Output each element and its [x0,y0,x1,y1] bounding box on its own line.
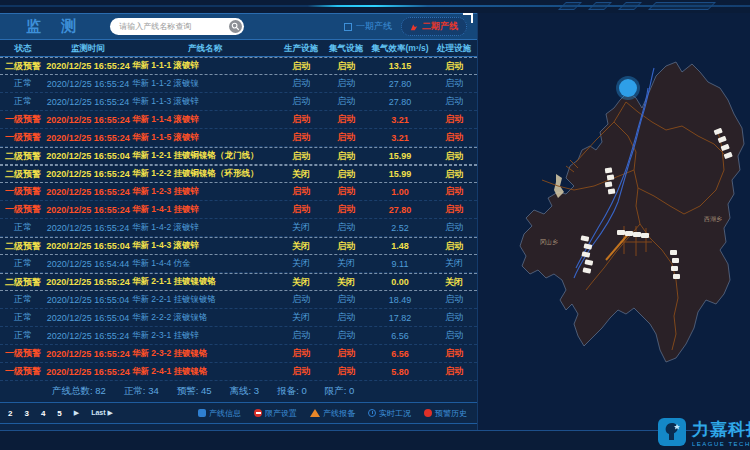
phase2-label: 二期产线 [422,20,458,33]
cell-production: 启动 [278,347,324,360]
table-row[interactable]: 正常 2020/12/25 16:55:04 华新 2-2-1 挂镀镍镀铬 启动… [0,291,477,309]
cell-line-name: 华新 2-4-1 挂镀镍铬 [132,366,278,378]
cell-line-name: 华新 1-4-4 仿金 [132,258,278,270]
legend-item[interactable]: 预警历史 [424,408,467,419]
table-row[interactable]: 二级预警 2020/12/25 16:55:24 华新 1-1-1 滚镀锌 启动… [0,57,477,75]
cell-status: 一级预警 [2,203,44,216]
page-number[interactable]: 2 [8,409,12,418]
cell-time: 2020/12/25 16:55:24 [44,97,132,107]
cell-status: 正常 [2,329,44,342]
page-number[interactable]: 4 [41,409,45,418]
monitoring-panel: 监 测 一期产线 二期产线 [0,13,478,430]
cell-efficiency: 0.00 [368,277,432,287]
cell-time: 2020/12/25 16:55:04 [44,151,132,161]
cell-status: 一级预警 [2,131,44,144]
next-page-button[interactable]: ▶ [74,409,79,417]
table-row[interactable]: 二级预警 2020/12/25 16:55:04 华新 1-2-1 挂镀铜镍铬（… [0,147,477,165]
cell-status: 二级预警 [2,276,44,289]
cell-status: 一级预警 [2,365,44,378]
table-row[interactable]: 二级预警 2020/12/25 16:55:24 华新 1-2-2 挂镀铜镍铬（… [0,165,477,183]
cell-production: 启动 [278,203,324,216]
cell-gas-collection: 启动 [324,203,368,216]
action-legend: 产线信息 限产设置 产线报备 [198,408,477,419]
cell-status: 二级预警 [2,240,44,253]
cell-line-name: 华新 1-2-1 挂镀铜镍铬（龙门线） [132,150,278,162]
table-row[interactable]: 正常 2020/12/25 16:55:24 华新 2-3-1 挂镀锌 启动 启… [0,327,477,345]
cell-gas-collection: 启动 [324,185,368,198]
cell-status: 二级预警 [2,150,44,163]
cell-efficiency: 27.80 [368,97,432,107]
cell-efficiency: 1.00 [368,187,432,197]
district-map[interactable]: 冈山乡 西湖乡 [478,13,750,430]
deco-shape [648,2,716,10]
cell-line-name: 华新 2-3-2 挂镀镍铬 [132,348,278,360]
col-time: 监测时间 [44,43,132,55]
map-label: 冈山乡 [540,238,558,247]
cell-status: 正常 [2,221,44,234]
table-row[interactable]: 二级预警 2020/12/25 16:55:24 华新 2-1-1 挂镀镍镀铬 … [0,273,477,291]
cell-gas-collection: 启动 [324,60,368,73]
legend-item[interactable]: 限产设置 [254,408,297,419]
table-row[interactable]: 正常 2020/12/25 16:55:24 华新 1-1-3 滚镀锌 启动 启… [0,93,477,111]
cell-gas-collection: 启动 [324,365,368,378]
cell-production: 启动 [278,77,324,90]
page-number[interactable]: 5 [57,409,61,418]
cell-gas-collection: 启动 [324,293,368,306]
cell-production: 关闭 [278,168,324,181]
cell-production: 关闭 [278,311,324,324]
cell-time: 2020/12/25 16:55:04 [44,313,132,323]
table-row[interactable]: 一级预警 2020/12/25 16:55:24 华新 2-4-1 挂镀镍铬 启… [0,363,477,381]
checkbox-icon[interactable] [344,23,352,31]
cell-production: 启动 [278,131,324,144]
phase1-label: 一期产线 [356,20,392,33]
cell-time: 2020/12/25 16:55:24 [44,205,132,215]
cluster-marker[interactable] [616,76,640,100]
table-row[interactable]: 正常 2020/12/25 16:55:24 华新 1-4-2 滚镀锌 关闭 启… [0,219,477,237]
cell-efficiency: 13.15 [368,61,432,71]
summary-item: 离线: 3 [230,385,260,398]
legend-item[interactable]: 实时工况 [368,408,411,419]
cell-treatment: 启动 [432,347,476,360]
table-row[interactable]: 二级预警 2020/12/25 16:55:04 华新 1-4-3 滚镀锌 关闭… [0,237,477,255]
monitoring-table: 状态 监测时间 产线名称 生产设施 集气设施 集气效率(m³/s) 处理设施 二… [0,41,477,381]
cell-production: 关闭 [278,257,324,270]
table-row[interactable]: 一级预警 2020/12/25 16:55:24 华新 1-4-1 挂镀锌 启动… [0,201,477,219]
cell-treatment: 启动 [432,150,476,163]
page-number[interactable]: 3 [24,409,28,418]
cell-production: 启动 [278,150,324,163]
cell-efficiency: 9.11 [368,259,432,269]
cell-production: 启动 [278,329,324,342]
col-gas: 集气设施 [324,43,368,55]
cell-status: 一级预警 [2,347,44,360]
table-row[interactable]: 正常 2020/12/25 16:54:44 华新 1-4-4 仿金 关闭 关闭… [0,255,477,273]
table-footer: 2 3 4 5 ▶ Last ▶ 产线信息 [0,402,477,424]
search-box[interactable] [110,18,244,35]
map-canvas[interactable] [478,28,750,423]
cell-treatment: 启动 [432,365,476,378]
table-row[interactable]: 一级预警 2020/12/25 16:55:24 华新 1-2-3 挂镀锌 启动… [0,183,477,201]
cell-line-name: 华新 1-1-5 滚镀锌 [132,132,278,144]
cell-time: 2020/12/25 16:55:24 [44,115,132,125]
col-status: 状态 [2,43,44,55]
phase1-checkbox[interactable]: 一期产线 [344,20,392,33]
table-row[interactable]: 正常 2020/12/25 16:55:04 华新 2-2-2 滚镀镍铬 关闭 … [0,309,477,327]
cell-treatment: 启动 [432,113,476,126]
search-input[interactable] [119,22,229,31]
search-icon[interactable] [229,20,242,33]
cell-gas-collection: 启动 [324,311,368,324]
cell-production: 启动 [278,365,324,378]
table-row[interactable]: 正常 2020/12/25 16:55:24 华新 1-1-2 滚镀镍 启动 启… [0,75,477,93]
last-page-button[interactable]: Last ▶ [91,409,113,417]
phase2-button[interactable]: 二期产线 [401,17,467,36]
legend-item[interactable]: 产线信息 [198,408,241,419]
table-row[interactable]: 一级预警 2020/12/25 16:55:24 华新 2-3-2 挂镀镍铬 启… [0,345,477,363]
cell-efficiency: 6.56 [368,349,432,359]
cell-efficiency: 3.21 [368,133,432,143]
cell-treatment: 启动 [432,185,476,198]
legend-item[interactable]: 产线报备 [310,408,355,419]
cell-treatment: 启动 [432,329,476,342]
cell-efficiency: 27.80 [368,79,432,89]
table-row[interactable]: 一级预警 2020/12/25 16:55:24 华新 1-1-4 滚镀锌 启动… [0,111,477,129]
table-row[interactable]: 一级预警 2020/12/25 16:55:24 华新 1-1-5 滚镀锌 启动… [0,129,477,147]
cell-efficiency: 27.80 [368,205,432,215]
